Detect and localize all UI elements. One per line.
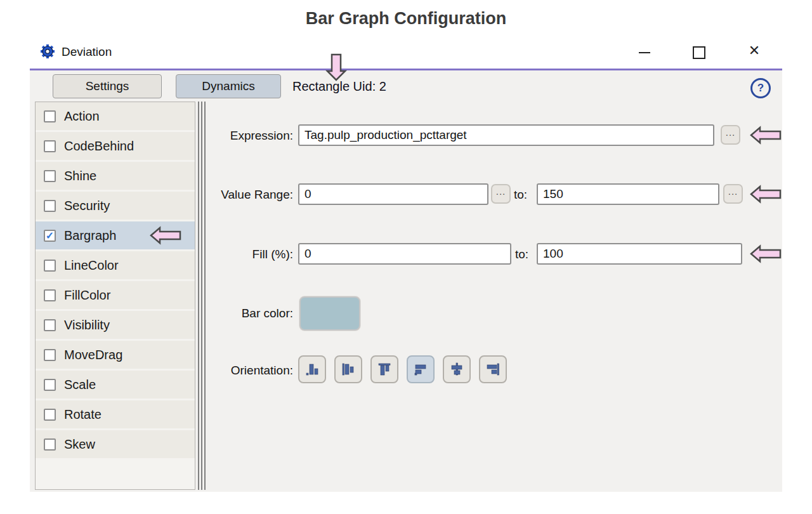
checkbox[interactable]: [44, 349, 56, 361]
list-item-rotate[interactable]: Rotate: [36, 400, 195, 428]
orientation-button-horizontal-left[interactable]: [407, 355, 435, 383]
checkbox[interactable]: [44, 379, 56, 391]
fill-from-input[interactable]: [298, 243, 511, 265]
list-item-visibility[interactable]: Visibility: [36, 311, 195, 339]
bar-color-swatch[interactable]: [299, 296, 360, 331]
checkbox[interactable]: [44, 438, 56, 451]
close-button[interactable]: ✕: [747, 42, 762, 60]
expression-input[interactable]: [298, 124, 714, 146]
orientation-button-horizontal-center[interactable]: [443, 355, 471, 383]
list-item-bargraph[interactable]: ✓ Bargraph: [36, 221, 195, 249]
expression-browse-button[interactable]: ...: [721, 125, 740, 145]
gear-icon: [39, 43, 56, 60]
sidebar-scrollbar[interactable]: [198, 102, 206, 490]
list-item-codebehind[interactable]: CodeBehind: [36, 132, 195, 160]
minimize-button[interactable]: [639, 52, 650, 53]
fill-to-label: to:: [515, 247, 528, 261]
checkbox-checked[interactable]: ✓: [44, 230, 56, 242]
value-range-from-input[interactable]: [298, 183, 488, 205]
fill-percent-label: Fill (%):: [190, 247, 293, 261]
checkbox[interactable]: [44, 289, 56, 301]
tab-dynamics[interactable]: Dynamics: [176, 74, 281, 98]
checkbox[interactable]: [44, 170, 56, 182]
orientation-button-group: [298, 355, 507, 383]
list-item-security[interactable]: Security: [36, 192, 195, 220]
expression-label: Expression:: [190, 129, 293, 143]
orientation-label: Orientation:: [190, 364, 293, 378]
orientation-button-vertical-top[interactable]: [370, 355, 398, 383]
list-item-shine[interactable]: Shine: [36, 162, 195, 190]
checkbox[interactable]: [44, 260, 56, 272]
window-title: Deviation: [62, 45, 112, 59]
checkbox[interactable]: [44, 319, 56, 331]
checkbox[interactable]: [44, 140, 56, 152]
selected-object-label: Rectangle Uid: 2: [292, 79, 386, 94]
bar-color-label: Bar color:: [190, 306, 293, 320]
orientation-button-vertical-bottom[interactable]: [298, 355, 326, 383]
orientation-button-vertical-center[interactable]: [334, 355, 362, 383]
checkbox[interactable]: [44, 409, 56, 421]
value-range-to-label: to:: [514, 188, 527, 202]
page-title: Bar Graph Configuration: [0, 9, 812, 29]
checkbox[interactable]: [44, 200, 56, 212]
orientation-button-horizontal-right[interactable]: [479, 355, 507, 383]
checkbox[interactable]: [44, 110, 56, 122]
list-item-movedrag[interactable]: MoveDrag: [36, 341, 195, 369]
list-item-skew[interactable]: Skew: [36, 430, 195, 458]
value-range-to-input[interactable]: [537, 183, 719, 205]
fill-to-input[interactable]: [537, 243, 742, 265]
window-titlebar: Deviation ✕: [30, 37, 782, 69]
value-range-label: Value Range:: [190, 188, 293, 202]
list-item-action[interactable]: Action: [36, 102, 195, 130]
list-item-fillcolor[interactable]: FillColor: [36, 281, 195, 309]
list-item-linecolor[interactable]: LineColor: [36, 251, 195, 279]
tab-settings[interactable]: Settings: [53, 74, 162, 98]
help-icon[interactable]: ?: [750, 78, 771, 98]
dynamics-list: Action CodeBehind Shine Security ✓ Bargr…: [35, 102, 195, 490]
maximize-button[interactable]: [693, 46, 705, 59]
value-range-to-browse-button[interactable]: ...: [723, 184, 743, 204]
list-item-scale[interactable]: Scale: [36, 371, 195, 399]
value-range-from-browse-button[interactable]: ...: [491, 184, 511, 204]
annotation-arrow-bargraph: [150, 225, 181, 246]
dialog-body: Settings Dynamics Rectangle Uid: 2 ? Act…: [30, 70, 782, 492]
